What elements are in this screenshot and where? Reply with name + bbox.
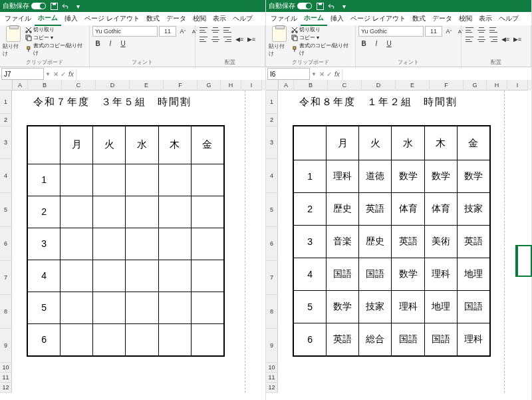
timetable-cell[interactable]	[93, 323, 126, 355]
row-head-9[interactable]: 9	[0, 329, 12, 363]
timetable-cell[interactable]	[61, 196, 93, 228]
timetable-cell[interactable]	[61, 228, 93, 260]
italic-button[interactable]: I	[105, 38, 116, 49]
timetable-cell[interactable]	[93, 196, 126, 228]
col-head-G[interactable]: G	[198, 80, 221, 91]
timetable-cell[interactable]	[126, 164, 158, 196]
worksheet-grid[interactable]: ABCDEFGHI 123456789101112 令和７年度 ３年５組 時間割…	[0, 80, 265, 400]
timetable-cell[interactable]	[61, 260, 93, 292]
row-head-4[interactable]: 4	[0, 159, 12, 193]
tab-校閲[interactable]: 校閲	[190, 12, 209, 25]
grow-font-button[interactable]: A^	[178, 26, 188, 37]
fx-icon[interactable]: fx	[68, 71, 74, 78]
col-head-G[interactable]: G	[464, 80, 487, 91]
timetable-cell[interactable]: 数学	[392, 258, 424, 291]
tab-数式[interactable]: 数式	[143, 12, 163, 25]
col-head-I[interactable]: I	[241, 80, 262, 91]
cancel-formula-icon[interactable]: ✕	[319, 71, 325, 78]
timetable-cell[interactable]: 技家	[359, 291, 392, 323]
redo-dropdown-icon[interactable]: ▾	[74, 2, 82, 10]
col-head-D[interactable]: D	[96, 80, 130, 91]
timetable-cell[interactable]: 技家	[457, 193, 489, 226]
italic-button[interactable]: I	[371, 38, 382, 49]
col-head-E[interactable]: E	[130, 80, 164, 91]
indent-decrease-button[interactable]: ◀≡	[234, 35, 245, 43]
paste-button[interactable]: 貼り付け	[3, 26, 23, 57]
save-icon[interactable]	[50, 2, 58, 10]
timetable-cell[interactable]: 歴史	[327, 193, 359, 226]
col-head-D[interactable]: D	[362, 80, 396, 91]
timetable-cell[interactable]: 国語	[392, 323, 424, 356]
timetable-cell[interactable]	[61, 323, 93, 355]
timetable-cell[interactable]	[191, 228, 223, 260]
row-head-2[interactable]: 2	[266, 114, 278, 126]
timetable-cell[interactable]: 国語	[424, 323, 457, 356]
timetable-cell[interactable]	[191, 292, 223, 323]
timetable-cell[interactable]	[191, 260, 223, 292]
timetable-cell[interactable]: 数学	[424, 160, 457, 193]
formula-input[interactable]	[342, 69, 531, 79]
align-right-button[interactable]	[488, 35, 499, 43]
timetable-cell[interactable]	[126, 323, 158, 355]
timetable-cell[interactable]: 体育	[424, 193, 457, 226]
row-head-8[interactable]: 8	[0, 295, 12, 329]
timetable-cell[interactable]	[158, 292, 191, 323]
row-head-8[interactable]: 8	[266, 295, 278, 329]
cut-button[interactable]: 切り取り	[25, 26, 86, 33]
format-painter-button[interactable]: 書式のコピー/貼り付け	[291, 42, 352, 57]
row-head-11[interactable]: 11	[0, 373, 12, 383]
bold-button[interactable]: B	[358, 38, 369, 49]
align-right-button[interactable]	[222, 35, 233, 43]
timetable-cell[interactable]: 理科	[457, 323, 489, 356]
auto-save-toggle[interactable]: 自動保存	[3, 1, 46, 11]
redo-dropdown-icon[interactable]: ▾	[340, 2, 348, 10]
align-left-button[interactable]	[198, 35, 209, 43]
name-box-dropdown-icon[interactable]: ▼	[45, 71, 51, 77]
row-head-12[interactable]: 12	[0, 383, 12, 393]
name-box[interactable]: I6	[267, 68, 310, 80]
timetable-cell[interactable]: 地理	[457, 258, 489, 291]
align-center-button[interactable]	[476, 35, 487, 43]
align-top-button[interactable]	[198, 26, 209, 34]
font-name-select[interactable]: Yu Gothic	[358, 26, 424, 37]
timetable-cell[interactable]	[126, 196, 158, 228]
timetable-cell[interactable]: 美術	[424, 226, 457, 258]
auto-save-toggle[interactable]: 自動保存	[269, 1, 312, 11]
font-size-select[interactable]: 11	[425, 26, 442, 37]
tab-データ[interactable]: データ	[429, 12, 456, 25]
row-head-7[interactable]: 7	[0, 261, 12, 295]
row-head-3[interactable]: 3	[266, 126, 278, 159]
timetable-cell[interactable]: 国語	[457, 291, 489, 323]
align-middle-button[interactable]	[476, 26, 487, 34]
tab-ファイル[interactable]: ファイル	[1, 12, 35, 25]
bold-button[interactable]: B	[92, 38, 103, 49]
col-head-I[interactable]: I	[507, 80, 528, 91]
align-bottom-button[interactable]	[488, 26, 499, 34]
timetable-cell[interactable]	[158, 196, 191, 228]
timetable-cell[interactable]: 音楽	[327, 226, 359, 258]
timetable-cell[interactable]: 道徳	[359, 160, 392, 193]
row-head-6[interactable]: 6	[266, 227, 278, 261]
timetable-cell[interactable]	[191, 164, 223, 196]
align-center-button[interactable]	[210, 35, 221, 43]
col-head-F[interactable]: F	[430, 80, 464, 91]
worksheet-grid[interactable]: ABCDEFGHI 123456789101112 令和８年度 １年２組 時間割…	[266, 80, 531, 400]
row-head-12[interactable]: 12	[266, 383, 278, 393]
timetable-cell[interactable]	[126, 228, 158, 260]
tab-ページ レイアウト[interactable]: ページ レイアウト	[347, 12, 409, 25]
indent-decrease-button[interactable]: ◀≡	[500, 35, 511, 43]
copy-button[interactable]: コピー ▾	[25, 34, 86, 41]
timetable-cell[interactable]	[61, 292, 93, 323]
col-head-A[interactable]: A	[13, 80, 28, 91]
col-head-C[interactable]: C	[328, 80, 362, 91]
timetable-cell[interactable]	[158, 260, 191, 292]
row-head-3[interactable]: 3	[0, 126, 12, 159]
align-top-button[interactable]	[464, 26, 475, 34]
format-painter-button[interactable]: 書式のコピー/貼り付け	[25, 42, 86, 57]
cancel-formula-icon[interactable]: ✕	[53, 71, 59, 78]
undo-icon[interactable]	[62, 2, 70, 10]
col-head-A[interactable]: A	[279, 80, 294, 91]
grow-font-button[interactable]: A^	[444, 26, 454, 37]
row-head-2[interactable]: 2	[0, 114, 12, 126]
indent-increase-button[interactable]: ▶≡	[246, 35, 257, 43]
